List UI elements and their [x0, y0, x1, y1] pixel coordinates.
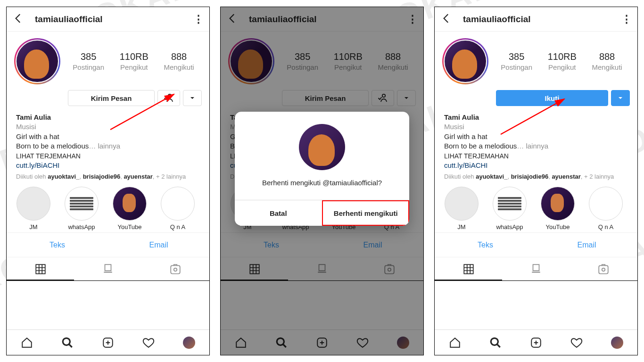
stat-followers-num: 110RB — [548, 51, 577, 62]
contact-email-button[interactable]: Email — [108, 233, 209, 257]
modal-buttons: Batal Berhenti mengikuti — [235, 200, 409, 226]
unfollow-modal: Berhenti mengikuti @tamiauliaofficial? B… — [235, 112, 409, 226]
more-options-icon[interactable]: ⋮ — [193, 13, 204, 25]
feed-view-tab[interactable] — [502, 257, 570, 280]
bio-more[interactable]: … lainnya — [89, 142, 120, 150]
modal-cancel-button[interactable]: Batal — [235, 200, 322, 226]
highlight-item[interactable]: whatsApp — [488, 187, 531, 230]
stat-posts[interactable]: 385Postingan — [501, 51, 532, 71]
phone-2: tamiauliaofficial ⋮ 385Postingan 110RBPe… — [220, 7, 424, 355]
highlight-label: JM — [12, 223, 55, 230]
back-arrow-icon[interactable] — [12, 12, 25, 26]
suggestions-dropdown-button[interactable] — [611, 90, 630, 106]
see-translation[interactable]: LIHAT TERJEMAHAN — [444, 152, 628, 161]
bio-name: Tami Aulia — [444, 113, 628, 122]
highlight-label: YouTube — [537, 223, 579, 230]
contact-text-button[interactable]: Teks — [435, 233, 536, 257]
feed-view-tab[interactable] — [74, 257, 141, 280]
profile-avatar[interactable] — [14, 38, 60, 84]
more-options-icon[interactable]: ⋮ — [621, 13, 632, 25]
nav-home[interactable] — [7, 330, 47, 355]
highlight-label: whatsApp — [60, 223, 103, 230]
nav-add[interactable] — [516, 330, 556, 355]
tagged-view-tab[interactable] — [142, 257, 209, 280]
svg-rect-19 — [532, 272, 540, 272]
stat-followers-num: 110RB — [120, 51, 149, 62]
highlight-item[interactable]: Q n A — [585, 187, 627, 230]
svg-point-21 — [602, 268, 605, 271]
nav-activity[interactable] — [128, 330, 169, 355]
view-tabs — [7, 257, 209, 281]
stat-followers-label: Pengikut — [120, 63, 149, 71]
svg-point-6 — [63, 338, 70, 345]
svg-rect-4 — [171, 265, 181, 273]
tagged-view-tab[interactable] — [570, 257, 637, 280]
nav-profile[interactable] — [597, 330, 637, 355]
stat-followers[interactable]: 110RB Pengikut — [120, 51, 149, 71]
nav-profile[interactable] — [169, 330, 209, 355]
nav-profile-avatar — [183, 337, 195, 349]
svg-rect-20 — [599, 265, 609, 273]
modal-confirm-button[interactable]: Berhenti mengikuti — [322, 200, 410, 226]
highlight-item[interactable]: YouTube — [108, 187, 151, 230]
nav-search[interactable] — [475, 330, 516, 355]
bio-link[interactable]: cutt.ly/BiACHI — [16, 161, 200, 170]
bio: Tami Aulia Musisi Girl with a hat Born t… — [7, 108, 209, 172]
follow-button[interactable]: Ikuti — [496, 90, 608, 106]
followed-by-suffix: , + 2 lainnya — [153, 173, 186, 180]
followed-by-prefix: Diikuti oleh — [16, 173, 46, 180]
profile-stats: 385 Postingan 110RB Pengikut 888 Mengiku… — [65, 51, 202, 71]
following-status-button[interactable] — [157, 90, 180, 106]
contact-text-button[interactable]: Teks — [7, 233, 108, 257]
followed-by-name: brisiajodie96 — [511, 173, 548, 180]
profile-header: tamiauliaofficial ⋮ — [435, 7, 637, 32]
bio-name: Tami Aulia — [16, 113, 200, 122]
svg-rect-3 — [104, 272, 112, 272]
stat-posts[interactable]: 385 Postingan — [73, 51, 104, 71]
followed-by-row[interactable]: Diikuti oleh ayuoktavi_, brisiajodie96, … — [435, 172, 637, 182]
nav-add[interactable] — [88, 330, 128, 355]
stat-following[interactable]: 888Mengikuti — [592, 51, 622, 71]
followed-by-name: ayuenstar — [124, 173, 152, 180]
profile-avatar[interactable] — [442, 38, 488, 84]
highlight-item[interactable]: whatsApp — [60, 187, 103, 230]
highlight-label: YouTube — [108, 223, 151, 230]
svg-rect-2 — [105, 264, 111, 271]
nav-search[interactable] — [47, 330, 88, 355]
bio-line1: Girl with a hat — [444, 132, 628, 141]
stat-posts-num: 385 — [501, 51, 532, 62]
stat-following-num: 888 — [164, 51, 194, 62]
stat-following-num: 888 — [592, 51, 622, 62]
bio-more[interactable]: … lainnya — [517, 142, 548, 150]
bio-line1: Girl with a hat — [16, 132, 200, 141]
stat-followers-label: Pengikut — [548, 63, 577, 71]
stat-followers[interactable]: 110RBPengikut — [548, 51, 577, 71]
see-translation[interactable]: LIHAT TERJEMAHAN — [16, 152, 200, 161]
bio-line2: Born to be a melodious — [444, 142, 517, 150]
followed-by-row[interactable]: Diikuti oleh ayuoktavi_, brisiajodie96, … — [7, 172, 209, 182]
grid-view-tab[interactable] — [435, 257, 502, 280]
nav-home[interactable] — [435, 330, 475, 355]
bottom-nav — [7, 329, 209, 355]
suggestions-dropdown-button[interactable] — [183, 90, 202, 106]
highlights-row: JM whatsApp YouTube Q n A — [7, 182, 209, 233]
highlight-item[interactable]: JM — [12, 187, 55, 230]
stat-following[interactable]: 888 Mengikuti — [164, 51, 194, 71]
grid-view-tab[interactable] — [7, 257, 74, 280]
highlight-item[interactable]: YouTube — [537, 187, 579, 230]
message-button[interactable]: Kirim Pesan — [68, 90, 155, 106]
contact-email-button[interactable]: Email — [536, 233, 637, 257]
profile-header: tamiauliaofficial ⋮ — [7, 7, 209, 32]
back-arrow-icon[interactable] — [440, 12, 453, 26]
svg-point-0 — [168, 94, 171, 97]
bio-link[interactable]: cutt.ly/BiACHI — [444, 161, 628, 170]
highlight-item[interactable]: JM — [440, 187, 483, 230]
highlight-item[interactable]: Q n A — [157, 187, 199, 230]
nav-activity[interactable] — [556, 330, 597, 355]
profile-username: tamiauliaofficial — [35, 14, 193, 25]
modal-avatar — [299, 124, 345, 170]
followed-by-name: ayuoktavi_ — [48, 173, 79, 180]
highlight-label: JM — [440, 223, 483, 230]
stat-posts-num: 385 — [73, 51, 104, 62]
stat-following-label: Mengikuti — [592, 63, 622, 71]
